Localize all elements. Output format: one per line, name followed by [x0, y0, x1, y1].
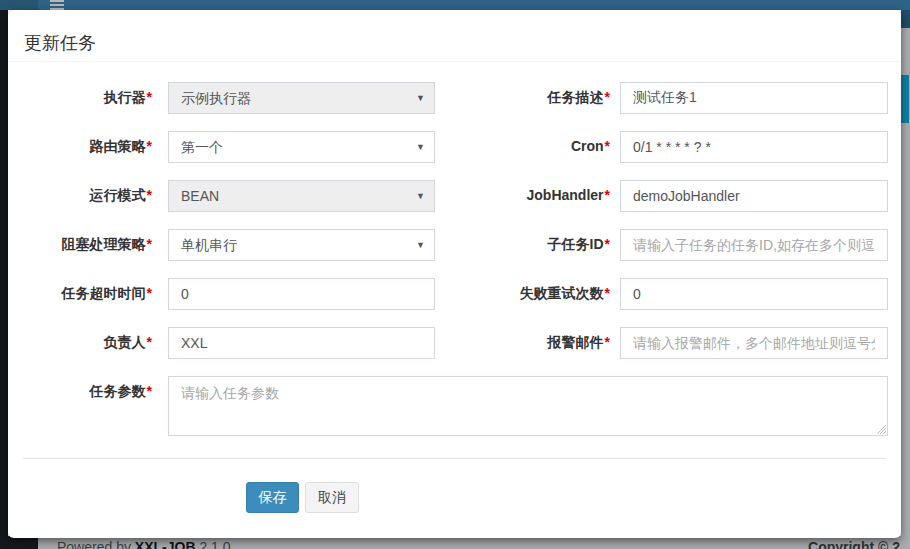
brand-text: XXL-JOB [135, 539, 196, 549]
author-label: 负责人* [8, 334, 152, 352]
chevron-down-icon: ▼ [416, 181, 425, 211]
alarm-email-label: 报警邮件* [443, 334, 610, 352]
timeout-input[interactable] [168, 278, 435, 310]
fail-retry-label: 失败重试次数* [443, 285, 610, 303]
form-row: 负责人*报警邮件* [8, 327, 901, 359]
powered-by-text: Powered by XXL-JOB 2.1.0 [57, 539, 231, 549]
form-row: 执行器*示例执行器▼任务描述* [8, 82, 901, 114]
route-strategy-select[interactable]: 第一个▼ [168, 131, 435, 163]
required-mark: * [604, 285, 610, 301]
copyright-text: Copyright © 2 [808, 539, 900, 549]
hamburger-icon[interactable] [50, 0, 64, 10]
job-handler-input[interactable] [620, 180, 888, 212]
modal-header: 更新任务 [8, 10, 901, 62]
child-jobid-label: 子任务ID* [443, 236, 610, 254]
required-mark: * [604, 236, 610, 252]
form-row: 阻塞处理策略*单机串行▼子任务ID* [8, 229, 901, 261]
resize-grip-icon[interactable] [876, 424, 886, 434]
required-mark: * [146, 334, 152, 350]
executor-select: 示例执行器▼ [168, 82, 435, 114]
author-input[interactable] [168, 327, 435, 359]
cancel-button[interactable]: 取消 [305, 482, 359, 513]
required-mark: * [604, 89, 610, 105]
chevron-down-icon: ▼ [416, 83, 425, 113]
timeout-label: 任务超时时间* [8, 285, 152, 303]
page-scrollbar[interactable] [901, 10, 910, 549]
form-divider [23, 458, 886, 459]
update-task-modal: 更新任务 执行器*示例执行器▼任务描述*路由策略*第一个▼Cron*运行模式*B… [8, 10, 901, 538]
glue-type-label: 运行模式* [8, 187, 152, 205]
fail-retry-input[interactable] [620, 278, 888, 310]
glue-type-selected-value: BEAN [181, 188, 219, 204]
job-param-label: 任务参数* [8, 383, 152, 401]
job-param-textarea[interactable] [168, 376, 888, 436]
job-desc-input[interactable] [620, 82, 888, 114]
modal-title: 更新任务 [24, 31, 96, 55]
executor-selected-value: 示例执行器 [181, 90, 251, 106]
required-mark: * [146, 138, 152, 154]
form-row: 任务超时时间*失败重试次数* [8, 278, 901, 310]
cron-input[interactable] [620, 131, 888, 163]
required-mark: * [604, 334, 610, 350]
chevron-down-icon: ▼ [416, 230, 425, 260]
block-strategy-selected-value: 单机串行 [181, 237, 237, 253]
chevron-down-icon: ▼ [416, 132, 425, 162]
scrollbar-top-corner [901, 10, 910, 28]
form-row: 运行模式*BEAN▼JobHandler* [8, 180, 901, 212]
form-row: 路由策略*第一个▼Cron* [8, 131, 901, 163]
required-mark: * [146, 236, 152, 252]
block-strategy-label: 阻塞处理策略* [8, 236, 152, 254]
job-handler-label: JobHandler* [443, 187, 610, 203]
scrollbar-thumb[interactable] [901, 75, 909, 123]
save-button[interactable]: 保存 [246, 482, 299, 513]
required-mark: * [604, 187, 610, 203]
glue-type-select: BEAN▼ [168, 180, 435, 212]
executor-label: 执行器* [8, 89, 152, 107]
top-navbar [0, 0, 910, 10]
navbar-logo-area [0, 0, 38, 10]
page: Powered by XXL-JOB 2.1.0 Copyright © 2 更… [0, 0, 910, 549]
route-strategy-label: 路由策略* [8, 138, 152, 156]
required-mark: * [146, 285, 152, 301]
form-row: 任务参数* [8, 376, 901, 436]
child-jobid-input[interactable] [620, 229, 888, 261]
alarm-email-input[interactable] [620, 327, 888, 359]
required-mark: * [604, 138, 610, 154]
required-mark: * [146, 383, 152, 399]
required-mark: * [146, 89, 152, 105]
job-desc-label: 任务描述* [443, 89, 610, 107]
required-mark: * [146, 187, 152, 203]
cron-label: Cron* [443, 138, 610, 154]
block-strategy-select[interactable]: 单机串行▼ [168, 229, 435, 261]
sidebar-edge [0, 10, 8, 538]
update-task-form: 执行器*示例执行器▼任务描述*路由策略*第一个▼Cron*运行模式*BEAN▼J… [8, 62, 901, 436]
route-strategy-selected-value: 第一个 [181, 139, 223, 155]
